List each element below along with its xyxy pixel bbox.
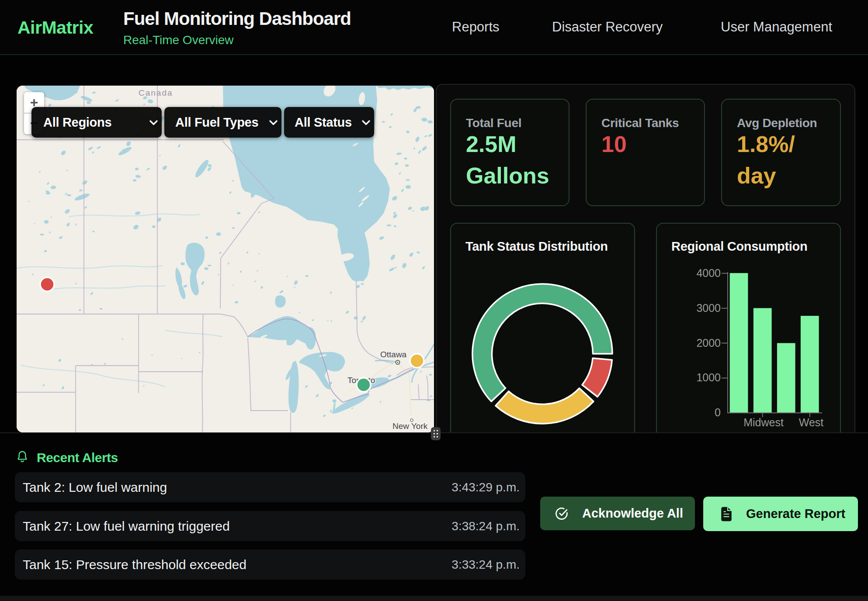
svg-text:1000: 1000 (696, 371, 721, 383)
svg-text:Midwest: Midwest (743, 416, 784, 428)
svg-text:0: 0 (715, 406, 721, 418)
svg-text:West: West (799, 416, 824, 428)
svg-text:2000: 2000 (696, 337, 721, 349)
svg-text:3000: 3000 (696, 302, 721, 314)
svg-text:4000: 4000 (696, 267, 721, 279)
